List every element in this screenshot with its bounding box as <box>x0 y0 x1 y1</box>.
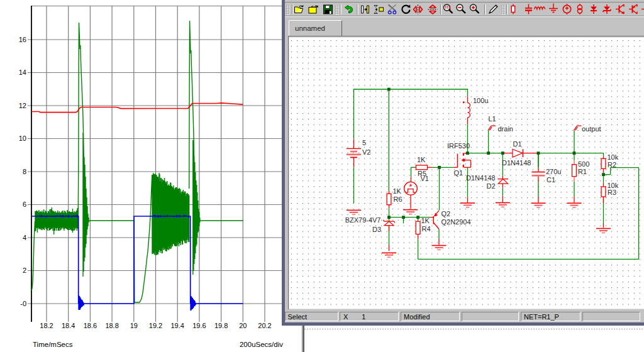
svg-text:drain: drain <box>498 125 513 133</box>
svg-text:1K: 1K <box>417 156 426 163</box>
svg-text:R2: R2 <box>608 161 616 168</box>
svg-text:R4: R4 <box>422 225 431 233</box>
svg-text:Q1: Q1 <box>454 169 464 177</box>
svg-text:R6: R6 <box>394 195 402 203</box>
svg-text:10k: 10k <box>608 182 619 189</box>
svg-text:output: output <box>582 125 601 133</box>
svg-text:10k: 10k <box>608 153 619 161</box>
svg-text:V2: V2 <box>362 148 370 156</box>
svg-text:C1: C1 <box>547 176 555 184</box>
svg-text:L1: L1 <box>489 115 496 123</box>
svg-text:V1: V1 <box>421 175 429 182</box>
svg-text:Q2N2904: Q2N2904 <box>441 218 471 226</box>
svg-text:1K: 1K <box>393 187 402 195</box>
svg-text:IRF530: IRF530 <box>447 142 470 150</box>
svg-text:D1N4148: D1N4148 <box>466 174 495 182</box>
svg-text:D1: D1 <box>513 140 522 148</box>
svg-text:Q2: Q2 <box>441 210 451 217</box>
svg-text:5: 5 <box>362 139 366 146</box>
svg-text:500: 500 <box>578 160 589 168</box>
svg-text:BZX79-4V7: BZX79-4V7 <box>345 216 381 224</box>
svg-text:D3: D3 <box>372 226 381 233</box>
svg-text:1K: 1K <box>421 217 430 224</box>
svg-text:270u: 270u <box>546 168 561 175</box>
svg-text:R3: R3 <box>608 189 616 196</box>
svg-text:R1: R1 <box>578 168 587 175</box>
svg-text:D2: D2 <box>486 182 495 190</box>
svg-text:100u: 100u <box>473 97 488 104</box>
svg-text:D1N4148: D1N4148 <box>502 159 531 167</box>
